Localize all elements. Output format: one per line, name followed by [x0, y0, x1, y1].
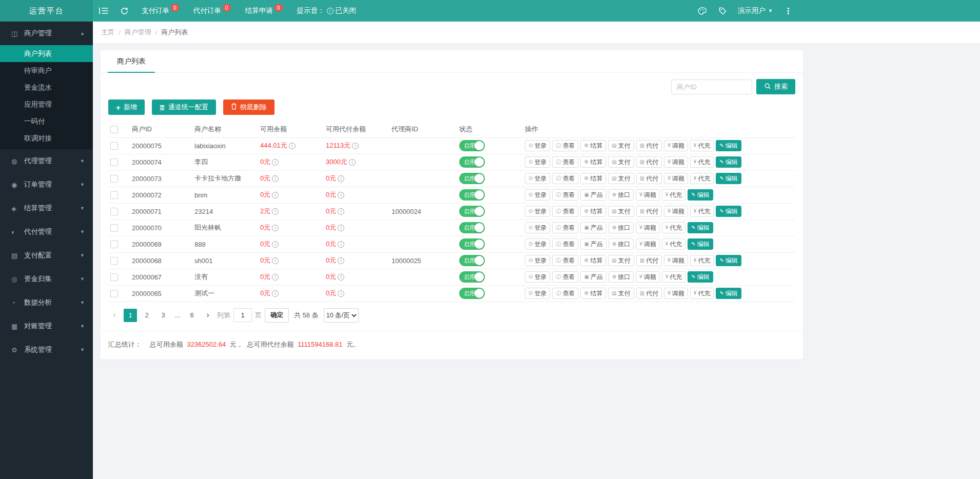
sidebar-item-order[interactable]: ◉订单管理▼ [0, 173, 93, 196]
info-icon[interactable]: i [289, 143, 296, 149]
recharge-button[interactable]: ¥代充 [690, 173, 714, 184]
info-icon[interactable]: i [272, 225, 279, 231]
view-button[interactable]: ⓘ查看 [552, 288, 578, 299]
settle-button[interactable]: ⚙结算 [580, 156, 606, 168]
adjust-quota-button[interactable]: ¥调额 [664, 140, 688, 151]
info-icon[interactable]: i [272, 290, 279, 297]
info-icon[interactable]: i [272, 208, 279, 215]
row-checkbox[interactable] [110, 142, 118, 150]
info-icon[interactable]: i [338, 290, 344, 297]
view-button[interactable]: ⓘ查看 [552, 255, 578, 266]
row-checkbox[interactable] [110, 158, 118, 166]
select-all-checkbox[interactable] [110, 126, 118, 133]
prev-page-button[interactable]: ‹ [108, 309, 121, 322]
recharge-button[interactable]: ¥代充 [690, 156, 714, 168]
sidebar-item-merchant-list[interactable]: 商户列表 [0, 45, 93, 62]
view-button[interactable]: ⓘ查看 [552, 206, 578, 217]
payout-button[interactable]: ▥代付 [636, 156, 662, 168]
row-checkbox[interactable] [110, 257, 118, 265]
channel-config-button[interactable]: ≣ 通道统一配置 [152, 99, 216, 115]
login-button[interactable]: ⊙登录 [525, 173, 550, 184]
status-toggle[interactable]: 启用 [459, 255, 485, 266]
sidebar-item-data-analysis[interactable]: ◔数据分析▼ [0, 291, 93, 314]
view-button[interactable]: ⓘ查看 [552, 140, 578, 151]
login-button[interactable]: ⊙登录 [525, 238, 550, 250]
adjust-quota-button[interactable]: ¥调额 [664, 173, 688, 184]
settle-button[interactable]: ⚙结算 [580, 173, 606, 184]
info-icon[interactable]: i [272, 159, 279, 166]
page-button-3[interactable]: 3 [156, 309, 170, 322]
edit-button[interactable]: ✎编辑 [688, 271, 713, 283]
edit-button[interactable]: ✎编辑 [716, 173, 741, 184]
adjust-quota-button[interactable]: ¥调额 [636, 271, 660, 283]
payout-button[interactable]: ▥代付 [636, 140, 662, 151]
status-toggle[interactable]: 启用 [459, 206, 485, 217]
api-button[interactable]: ⊕接口 [609, 222, 634, 233]
breadcrumb-item[interactable]: 商户管理 [125, 28, 151, 37]
row-checkbox[interactable] [110, 273, 118, 281]
sidebar-item-integration[interactable]: 联调对接 [0, 130, 93, 147]
theme-palette-icon[interactable] [692, 0, 713, 22]
confirm-button[interactable]: 确定 [265, 308, 289, 323]
login-button[interactable]: ⊙登录 [525, 189, 550, 201]
refresh-icon[interactable] [114, 0, 134, 22]
info-icon[interactable]: i [272, 241, 279, 248]
delete-button[interactable]: 彻底删除 [223, 99, 275, 115]
login-button[interactable]: ⊙登录 [525, 255, 550, 266]
api-button[interactable]: ⊕接口 [609, 238, 634, 250]
sidebar-item-system[interactable]: ⚙系统管理▼ [0, 338, 93, 362]
page-size-select[interactable]: 10 条/页 [324, 308, 359, 323]
sidebar-item-funds-flow[interactable]: 资金流水 [0, 79, 93, 96]
sidebar-item-merchant[interactable]: ◫商户管理▲ [0, 22, 93, 45]
row-checkbox[interactable] [110, 208, 118, 215]
edit-button[interactable]: ✎编辑 [716, 156, 741, 168]
login-button[interactable]: ⊙登录 [525, 206, 550, 217]
product-button[interactable]: ▣产品 [580, 189, 606, 201]
page-button-6[interactable]: 6 [185, 309, 199, 322]
info-icon[interactable]: i [338, 274, 344, 281]
pay-button[interactable]: ▤支付 [608, 288, 634, 299]
adjust-quota-button[interactable]: ¥调额 [636, 238, 660, 250]
sound-status[interactable]: 提示音： i 已关闭 [290, 6, 364, 15]
info-icon[interactable]: i [272, 274, 279, 281]
sidebar-item-app-manage[interactable]: 应用管理 [0, 96, 93, 113]
status-toggle[interactable]: 启用 [459, 140, 485, 151]
add-button[interactable]: + 新增 [108, 99, 145, 115]
row-checkbox[interactable] [110, 175, 118, 183]
recharge-button[interactable]: ¥代充 [690, 288, 714, 299]
view-button[interactable]: ⓘ查看 [552, 173, 578, 184]
sidebar-item-reconciliation[interactable]: ▦对账管理▼ [0, 314, 93, 338]
info-icon[interactable]: i [338, 257, 344, 264]
pay-button[interactable]: ▤支付 [608, 173, 634, 184]
view-button[interactable]: ⓘ查看 [552, 222, 578, 233]
page-button-1[interactable]: 1 [124, 309, 137, 322]
tag-icon[interactable] [713, 0, 733, 22]
view-button[interactable]: ⓘ查看 [552, 238, 578, 250]
edit-button[interactable]: ✎编辑 [716, 255, 741, 266]
recharge-button[interactable]: ¥代充 [662, 271, 686, 283]
row-checkbox[interactable] [110, 224, 118, 232]
row-checkbox[interactable] [110, 191, 118, 199]
adjust-quota-button[interactable]: ¥调额 [664, 206, 688, 217]
recharge-button[interactable]: ¥代充 [662, 238, 686, 250]
status-toggle[interactable]: 启用 [459, 156, 485, 168]
login-button[interactable]: ⊙登录 [525, 271, 550, 283]
info-icon[interactable]: i [338, 208, 344, 215]
user-menu[interactable]: 演示用户 ▼ [733, 6, 778, 15]
status-toggle[interactable]: 启用 [459, 222, 485, 233]
tab-merchant-list[interactable]: 商户列表 [108, 50, 155, 72]
login-button[interactable]: ⊙登录 [525, 222, 550, 233]
settle-button[interactable]: ⚙结算 [580, 140, 606, 151]
info-icon[interactable]: i [352, 143, 359, 149]
recharge-button[interactable]: ¥代充 [690, 206, 714, 217]
edit-button[interactable]: ✎编辑 [716, 140, 741, 151]
topbar-menu-pay-orders[interactable]: 支付订单0 [134, 0, 186, 22]
pay-button[interactable]: ▤支付 [608, 140, 634, 151]
page-button-2[interactable]: 2 [140, 309, 153, 322]
product-button[interactable]: ▣产品 [580, 238, 606, 250]
page-jump-input[interactable] [233, 308, 252, 322]
login-button[interactable]: ⊙登录 [525, 288, 550, 299]
product-button[interactable]: ▣产品 [580, 222, 606, 233]
adjust-quota-button[interactable]: ¥调额 [664, 255, 688, 266]
recharge-button[interactable]: ¥代充 [662, 189, 686, 201]
